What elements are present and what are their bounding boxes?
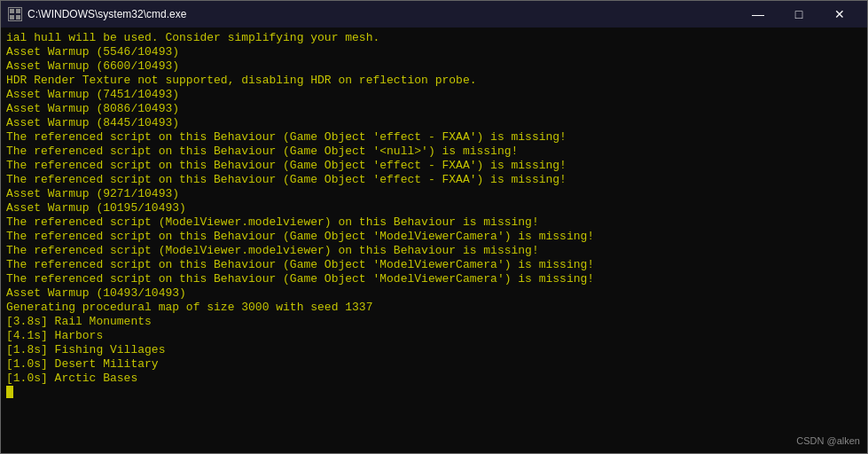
console-line: [1.0s] Desert Military [6, 357, 862, 372]
console-line: The referenced script on this Behaviour … [6, 230, 862, 244]
console-line: The referenced script on this Behaviour … [6, 145, 862, 159]
console-line: ial hull will be used. Consider simplify… [6, 31, 862, 45]
console-line: Asset Warmup (10493/10493) [6, 286, 862, 301]
svg-rect-2 [10, 15, 14, 20]
console-line: [1.8s] Fishing Villages [6, 343, 862, 357]
minimize-button[interactable]: — [738, 1, 778, 27]
console-line: The referenced script on this Behaviour … [6, 159, 862, 173]
console-line: Asset Warmup (5546/10493) [6, 45, 862, 59]
console-line: Asset Warmup (8445/10493) [6, 116, 862, 130]
cmd-window: C:\WINDOWS\system32\cmd.exe — □ ✕ ial hu… [0, 0, 868, 454]
title-bar: C:\WINDOWS\system32\cmd.exe — □ ✕ [1, 1, 867, 27]
console-line: Asset Warmup (8086/10493) [6, 102, 862, 116]
console-line: Asset Warmup (6600/10493) [6, 59, 862, 74]
console-line: Generating procedural map of size 3000 w… [6, 301, 862, 315]
window-icon [8, 7, 22, 21]
maximize-button[interactable]: □ [778, 1, 819, 27]
console-body: ial hull will be used. Consider simplify… [1, 27, 867, 453]
console-output: ial hull will be used. Consider simplify… [6, 31, 862, 386]
console-line: The referenced script on this Behaviour … [6, 130, 862, 145]
cursor-line [6, 386, 862, 398]
console-line: [4.1s] Harbors [6, 329, 862, 343]
svg-rect-3 [16, 15, 20, 20]
cursor [6, 386, 13, 398]
console-line: The referenced script on this Behaviour … [6, 258, 862, 272]
console-line: [3.8s] Rail Monuments [6, 315, 862, 329]
console-line: The referenced script (ModelViewer.model… [6, 244, 862, 258]
title-bar-controls: — □ ✕ [738, 1, 860, 27]
console-line: [1.0s] Arctic Bases [6, 372, 862, 386]
console-line: Asset Warmup (10195/10493) [6, 201, 862, 215]
console-line: HDR Render Texture not supported, disabl… [6, 74, 862, 88]
title-bar-text: C:\WINDOWS\system32\cmd.exe [27, 8, 186, 20]
console-line: Asset Warmup (7451/10493) [6, 88, 862, 102]
close-button[interactable]: ✕ [819, 1, 860, 27]
console-line: The referenced script (ModelViewer.model… [6, 215, 862, 230]
console-line: The referenced script on this Behaviour … [6, 272, 862, 286]
watermark: CSDN @alken [796, 435, 860, 446]
svg-rect-0 [10, 9, 14, 13]
title-bar-left: C:\WINDOWS\system32\cmd.exe [8, 7, 186, 21]
svg-rect-1 [16, 9, 20, 13]
console-line: The referenced script on this Behaviour … [6, 173, 862, 187]
console-line: Asset Warmup (9271/10493) [6, 187, 862, 201]
